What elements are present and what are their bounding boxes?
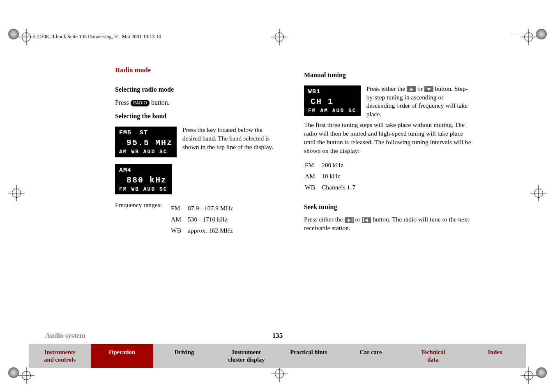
selecting-band-description: Press the key located below the desired …: [182, 125, 279, 152]
tune-down-icon: [424, 86, 433, 92]
seek-prev-icon: [362, 217, 371, 223]
nav-driving[interactable]: Driving: [153, 344, 215, 368]
nav-index[interactable]: Index: [464, 344, 526, 368]
tuning-interval-table: FM200 kHz AM10 kHz WBChannels 1-7: [304, 159, 362, 194]
subheading-selecting-the-band: Selecting the band: [115, 112, 279, 121]
subheading-manual-tuning: Manual tuning: [304, 71, 473, 80]
subheading-selecting-radio-mode: Selecting radio mode: [115, 85, 279, 94]
print-registration-mark: [271, 29, 288, 47]
print-trim-line: [511, 34, 536, 34]
footer-nav-bar: Instruments and controls Operation Drivi…: [29, 344, 526, 368]
manual-tuning-description: Press either the or button. Step-by-step…: [366, 84, 473, 119]
radio-button-icon: RADIO: [131, 100, 150, 107]
footer-section-title: Audio system: [45, 332, 85, 340]
seek-tuning-description: Press either the or button. The radio wi…: [304, 215, 473, 233]
print-registration-mark: [520, 367, 547, 384]
nav-operation[interactable]: Operation: [91, 344, 153, 368]
print-registration-mark: [530, 185, 547, 203]
page-number: 135: [272, 332, 283, 340]
frequency-ranges-label: Frequency ranges:: [115, 201, 162, 237]
print-registration-mark: [8, 367, 35, 384]
lcd-display-am: AM4880 kHzFM WB AUD SC: [115, 164, 172, 195]
nav-practical-hints[interactable]: Practical hints: [278, 344, 340, 368]
nav-car-care[interactable]: Car care: [340, 344, 402, 368]
print-registration-mark: [271, 366, 288, 384]
print-registration-mark: [8, 185, 25, 203]
lcd-display-fm: FM5 ST95.5 MHzAM WB AUD SC: [115, 127, 177, 157]
frequency-ranges-table: FM87.9 - 107.9 MHz AM530 - 1710 kHz WBap…: [170, 203, 240, 237]
nav-technical-data[interactable]: Technical data: [402, 344, 464, 368]
nav-instruments-and-controls[interactable]: Instruments and controls: [29, 344, 91, 368]
print-registration-mark: [8, 29, 35, 45]
print-registration-mark: [520, 29, 547, 45]
subheading-seek-tuning: Seek tuning: [304, 203, 473, 212]
manual-tuning-paragraph: The first three tuning steps will take p…: [304, 121, 473, 155]
lcd-display-wb: WB1CH 1FM AM AUD SC: [304, 85, 361, 116]
section-heading-radio-mode: Radio mode: [115, 66, 279, 75]
page-header-filepath: J_C208_II.book Seite 135 Donnerstag, 31.…: [33, 34, 161, 40]
nav-instrument-cluster-display[interactable]: Instrument cluster display: [215, 344, 277, 368]
press-radio-button-text: Press RADIO button.: [115, 98, 279, 107]
seek-next-icon: [345, 217, 354, 223]
tune-up-icon: [407, 86, 416, 92]
